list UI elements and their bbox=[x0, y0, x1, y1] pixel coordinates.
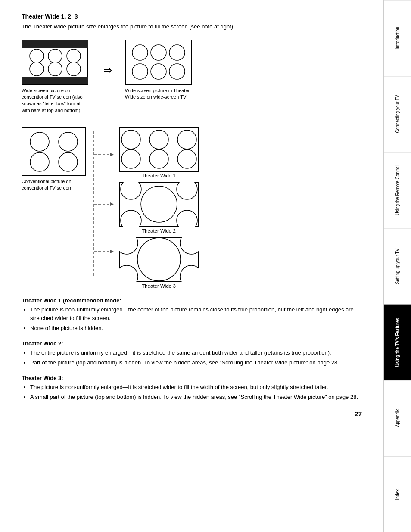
tw2-group: Theater Wide 2 bbox=[119, 182, 199, 233]
svg-point-19 bbox=[30, 152, 49, 171]
main-content: Theater Wide 1, 2, 3 The Theater Wide pi… bbox=[0, 0, 383, 532]
svg-point-32 bbox=[121, 149, 140, 168]
sidebar: Introduction Connecting your TV Using th… bbox=[383, 0, 411, 532]
svg-point-37 bbox=[141, 186, 177, 222]
tw1-bullet-2: None of the picture is hidden. bbox=[30, 324, 366, 333]
section-title: Theater Wide 1, 2, 3 bbox=[22, 13, 366, 20]
tw2-bullet-2: Part of the picture (top and bottom) is … bbox=[30, 358, 366, 367]
svg-rect-1 bbox=[22, 40, 88, 48]
svg-point-12 bbox=[169, 45, 185, 60]
tw1-bullets: The picture is non-uniformly enlarged—th… bbox=[30, 305, 366, 333]
theater-wide-diagrams: Theater Wide 1 Theater Wide 2 bbox=[119, 127, 199, 289]
svg-rect-2 bbox=[22, 77, 88, 84]
tw2-heading: Theater Wide 2: bbox=[22, 340, 366, 347]
svg-point-6 bbox=[30, 62, 44, 76]
tw1-label: Theater Wide 1 bbox=[119, 173, 199, 178]
svg-point-30 bbox=[149, 130, 168, 149]
tw3-bullet-2: A small part of the picture (top and bot… bbox=[30, 393, 366, 401]
svg-point-29 bbox=[121, 130, 140, 149]
intro-text: The Theater Wide picture size enlarges t… bbox=[22, 22, 366, 31]
svg-point-44 bbox=[137, 238, 181, 281]
sidebar-introduction[interactable]: Introduction bbox=[384, 0, 411, 76]
svg-point-34 bbox=[177, 149, 196, 168]
svg-point-20 bbox=[59, 152, 78, 171]
sidebar-connecting[interactable]: Connecting your TV bbox=[384, 76, 411, 152]
conv-caption: Conventional picture onconventional TV s… bbox=[22, 178, 72, 192]
conv-diagram-group: Conventional picture onconventional TV s… bbox=[22, 127, 86, 192]
svg-point-18 bbox=[59, 132, 78, 151]
tw3-bullets: The picture is non-uniformly enlarged—it… bbox=[30, 383, 366, 401]
sidebar-index[interactable]: Index bbox=[384, 456, 411, 532]
svg-point-39 bbox=[121, 210, 141, 227]
svg-point-4 bbox=[48, 49, 62, 63]
svg-marker-25 bbox=[110, 202, 114, 206]
tw3-heading: Theater Wide 3: bbox=[22, 375, 366, 381]
tw2-bullets: The entire picture is uniformly enlarged… bbox=[30, 348, 366, 367]
tw2-label: Theater Wide 2 bbox=[119, 228, 199, 233]
sidebar-remote[interactable]: Using the Remote Control bbox=[384, 152, 411, 228]
svg-point-8 bbox=[67, 62, 81, 76]
arrow-right-icon: ⇒ bbox=[103, 64, 112, 76]
svg-point-10 bbox=[132, 45, 148, 60]
svg-point-40 bbox=[177, 210, 197, 227]
svg-rect-16 bbox=[22, 127, 86, 176]
svg-point-31 bbox=[177, 130, 196, 149]
tw3-bullet-1: The picture is non-uniformly enlarged—it… bbox=[30, 383, 366, 392]
tw3-label: Theater Wide 3 bbox=[119, 283, 199, 289]
text-sections: Theater Wide 1 (recommended mode: The pi… bbox=[22, 297, 366, 401]
connector-svg bbox=[90, 131, 115, 277]
sidebar-features[interactable]: Using the TV's Features bbox=[384, 304, 411, 380]
svg-point-17 bbox=[30, 132, 49, 151]
tw1-heading: Theater Wide 1 (recommended mode: bbox=[22, 297, 366, 304]
widescreen-svg bbox=[125, 40, 192, 85]
svg-marker-23 bbox=[110, 153, 114, 156]
svg-point-5 bbox=[67, 49, 81, 63]
tw1-group: Theater Wide 1 bbox=[119, 127, 199, 178]
svg-point-7 bbox=[48, 62, 62, 76]
sidebar-setting-up[interactable]: Setting up your TV bbox=[384, 228, 411, 304]
page-number: 27 bbox=[22, 410, 366, 417]
bottom-diagrams: Conventional picture onconventional TV s… bbox=[22, 127, 366, 289]
top-diagrams: Wide-screen picture on conventional TV s… bbox=[22, 40, 366, 114]
letterbox-svg bbox=[22, 40, 88, 85]
svg-point-15 bbox=[169, 64, 185, 79]
conv-svg bbox=[22, 127, 86, 176]
tw3-group: Theater Wide 3 bbox=[119, 237, 199, 289]
letterbox-caption: Wide-screen picture on conventional TV s… bbox=[22, 87, 90, 114]
widescreen-caption: Wide-screen picture in Theater Wide size… bbox=[125, 87, 194, 101]
connector bbox=[90, 131, 115, 277]
svg-point-36 bbox=[121, 182, 141, 199]
tw1-bullet-1: The picture is non-uniformly enlarged—th… bbox=[30, 305, 366, 322]
svg-point-11 bbox=[151, 45, 166, 60]
widescreen-diagram: Wide-screen picture in Theater Wide size… bbox=[125, 40, 194, 101]
svg-point-38 bbox=[177, 182, 197, 199]
letterbox-diagram: Wide-screen picture on conventional TV s… bbox=[22, 40, 90, 114]
svg-point-3 bbox=[30, 49, 44, 63]
tw1-svg bbox=[119, 127, 199, 172]
sidebar-appendix[interactable]: Appendix bbox=[384, 380, 411, 456]
svg-marker-27 bbox=[110, 250, 114, 253]
tw2-svg bbox=[119, 182, 199, 227]
tw2-bullet-1: The entire picture is uniformly enlarged… bbox=[30, 348, 366, 357]
svg-point-33 bbox=[149, 149, 168, 168]
svg-point-13 bbox=[132, 64, 148, 79]
svg-point-14 bbox=[151, 64, 166, 79]
tw3-svg bbox=[119, 237, 199, 282]
